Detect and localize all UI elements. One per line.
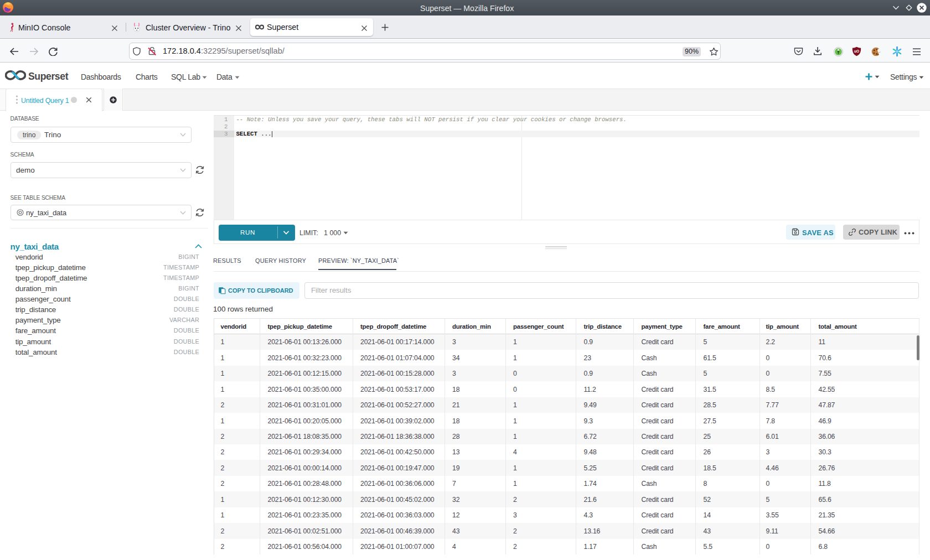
svg-text:uO: uO: [854, 49, 859, 53]
